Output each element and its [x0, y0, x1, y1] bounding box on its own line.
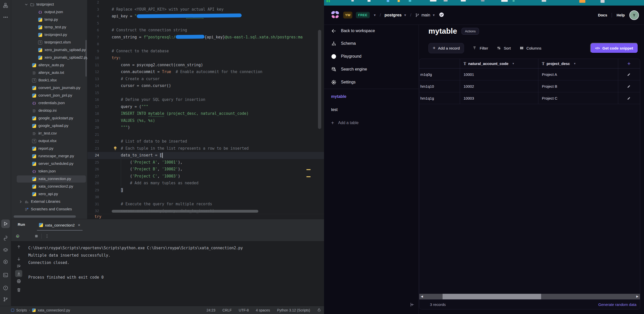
status-widget[interactable]: Python 3.12 (Scripts)	[277, 308, 310, 312]
add-record-button[interactable]: +Add a record	[428, 43, 464, 53]
get-code-snippet-button[interactable]: </>Get code snippet	[590, 43, 638, 53]
tree-item-xero-journals-upload2-py[interactable]: xero_journals_upload2.py	[11, 54, 87, 61]
database-selector[interactable]: postgres▼	[384, 13, 406, 17]
chevron-down-icon[interactable]	[24, 3, 28, 7]
editor-horizontal-scrollbar[interactable]	[112, 210, 258, 213]
more-options-icon[interactable]	[43, 233, 51, 240]
tree-item-alteryx-auto-py[interactable]: alteryx_auto.py	[11, 61, 87, 69]
terminal-icon[interactable]	[0, 270, 11, 280]
tree-item-testproject-py[interactable]: testproject.py	[11, 31, 87, 39]
generate-random-data-link[interactable]: Generate random data	[598, 302, 636, 307]
arrow-down-icon[interactable]	[15, 255, 22, 262]
services-icon[interactable]	[0, 245, 11, 255]
code-editor[interactable]: 23# Replace <YOUR_API_KEY> with your act…	[87, 0, 324, 219]
tree-item-google-quickstart-py[interactable]: google_quickstart.py	[11, 115, 87, 122]
print-icon[interactable]	[15, 278, 22, 285]
tree-item-scratches-and-consoles[interactable]: Scratches and Consoles	[11, 206, 87, 213]
tree-item-desktop-ini[interactable]: desktop.ini	[11, 107, 87, 115]
tree-item-server-scheduled-py[interactable]: server_scheduled.py	[11, 160, 87, 168]
sidebar-item-playground[interactable]: </>Playground	[324, 51, 419, 62]
status-widget[interactable]: CRLF	[222, 308, 232, 312]
project-structure-icon[interactable]	[0, 1, 11, 11]
status-widget[interactable]: UTF-8	[239, 308, 249, 312]
close-icon[interactable]: ✕	[78, 223, 81, 227]
sidebar-item-search-engine[interactable]: Search engine	[324, 64, 419, 75]
unlock-icon[interactable]	[317, 308, 321, 312]
status-widget[interactable]: 24:23	[206, 308, 215, 312]
sidebar-item-schema[interactable]: Schema	[324, 38, 419, 49]
cell-project-desc[interactable]: Project A	[542, 69, 614, 80]
table-horizontal-scrollbar[interactable]: ◀ ▶	[419, 294, 640, 299]
python-packages-icon[interactable]	[0, 233, 11, 243]
editor-vertical-scrollbar[interactable]	[318, 30, 321, 129]
tree-item-alteryx-auto-txt[interactable]: alteryx_auto.txt	[11, 69, 87, 77]
tree-item-xata-connection-py[interactable]: xata_connection.py	[11, 175, 87, 183]
table-row[interactable]: hm1q1g10003Project C	[419, 92, 640, 104]
columns-button[interactable]: Columns	[519, 46, 541, 50]
docs-link[interactable]: Docs	[598, 13, 607, 17]
tree-item-testproject-xlsm[interactable]: ?testproject.xlsm	[11, 39, 87, 46]
run-icon[interactable]	[1, 219, 10, 228]
table-row[interactable]: hm1q1010002Project B	[419, 80, 640, 92]
scroll-to-end-icon[interactable]	[15, 270, 22, 277]
tree-item-token-json[interactable]: {}token.json	[11, 168, 87, 175]
tree-horizontal-scrollbar[interactable]	[14, 215, 76, 218]
breadcrumb[interactable]: Scripts › xata_connection2.py	[11, 308, 70, 312]
soft-wrap-icon[interactable]	[15, 262, 22, 270]
chevron-right-icon[interactable]	[19, 200, 23, 204]
run-tab-xata-connection2[interactable]: xata_connection2 ✕	[35, 219, 84, 231]
filter-button[interactable]: Filter	[473, 46, 488, 50]
tree-item-google-upload-py[interactable]: google_upload.py	[11, 122, 87, 130]
chevron-down-icon[interactable]: ▼	[373, 13, 376, 17]
tree-item-xero-journals-upload-py[interactable]: xero_journals_upload.py	[11, 46, 87, 54]
tree-item-external-libraries[interactable]: External Libraries	[11, 198, 87, 206]
problems-icon[interactable]	[0, 283, 11, 293]
avatar[interactable]: Y	[629, 10, 639, 20]
rerun-icon[interactable]	[14, 233, 21, 240]
help-link[interactable]: Help	[616, 13, 625, 17]
python-console-icon[interactable]	[0, 257, 11, 267]
xata-logo[interactable]	[331, 10, 340, 20]
arrow-up-icon[interactable]	[15, 243, 22, 250]
cell-project-desc[interactable]: Project B	[542, 80, 614, 92]
tree-item-irr-test-csv[interactable]: irr_test.csv	[11, 130, 87, 137]
actions-button[interactable]: Actions	[462, 28, 479, 35]
column-header-project_desc[interactable]: Tproject_desc▼	[542, 59, 617, 68]
tree-item-convert-json-pnl-py[interactable]: convert_json_pnl.py	[11, 92, 87, 99]
cell-natural-account-code[interactable]: 10002	[464, 80, 534, 92]
stop-icon[interactable]	[33, 233, 40, 240]
trash-icon[interactable]	[15, 286, 22, 293]
edit-record-icon[interactable]	[618, 92, 640, 104]
edit-record-icon[interactable]	[618, 80, 640, 92]
tree-item-convert-json-journals-py[interactable]: convert_json_journals.py	[11, 84, 87, 92]
add-table-button[interactable]: +Add a table	[324, 117, 419, 128]
console-output[interactable]: C:\Users\roypa\Scripts\reportenv\Scripts…	[28, 244, 319, 281]
tree-item-temp-py[interactable]: temp.py	[11, 16, 87, 24]
table-row[interactable]: m1q0g10001Project A	[419, 69, 640, 80]
collapse-sidebar-icon[interactable]	[409, 302, 416, 308]
tree-item-credentials-json[interactable]: {}credentials.json	[11, 99, 87, 107]
sidebar-table-mytable[interactable]: mytable	[324, 91, 419, 102]
version-control-icon[interactable]	[0, 294, 11, 304]
more-tools-icon[interactable]	[0, 12, 11, 22]
cell-project-desc[interactable]: Project C	[542, 92, 614, 104]
branch-selector[interactable]: main▼	[415, 13, 435, 17]
cell-natural-account-code[interactable]: 10001	[464, 69, 534, 80]
tree-item-output-json[interactable]: {}output.json	[11, 8, 87, 16]
tree-item-report-py[interactable]: report.py	[11, 145, 87, 152]
edit-record-icon[interactable]	[618, 69, 640, 80]
sticky-scope-line[interactable]: try	[87, 214, 324, 219]
tree-item-output-xlsx[interactable]: ?output.xlsx	[11, 137, 87, 145]
status-widget[interactable]: 4 spaces	[256, 308, 270, 312]
add-column-button[interactable]: +	[618, 59, 640, 68]
column-header-natural_account_code[interactable]: Tnatural_account_code▼	[464, 59, 537, 68]
sidebar-table-test[interactable]: test	[324, 104, 419, 115]
tree-item-book1-xlsx[interactable]: ?Book1.xlsx	[11, 77, 87, 84]
tree-item-xata-connection2-py[interactable]: xata_connection2.py	[11, 183, 87, 190]
tree-item-temp-test-py[interactable]: temp_test.py	[11, 24, 87, 31]
tree-item-runescape-merge-py[interactable]: runescape_merge.py	[11, 152, 87, 160]
project-tree-panel[interactable]: testproject{}output.jsontemp.pytemp_test…	[11, 0, 87, 219]
back-to-workspace[interactable]: Back to workspace	[324, 25, 419, 36]
workspace-badge[interactable]: YW	[343, 12, 352, 18]
tree-item-xero-api-py[interactable]: xero_api.py	[11, 190, 87, 198]
